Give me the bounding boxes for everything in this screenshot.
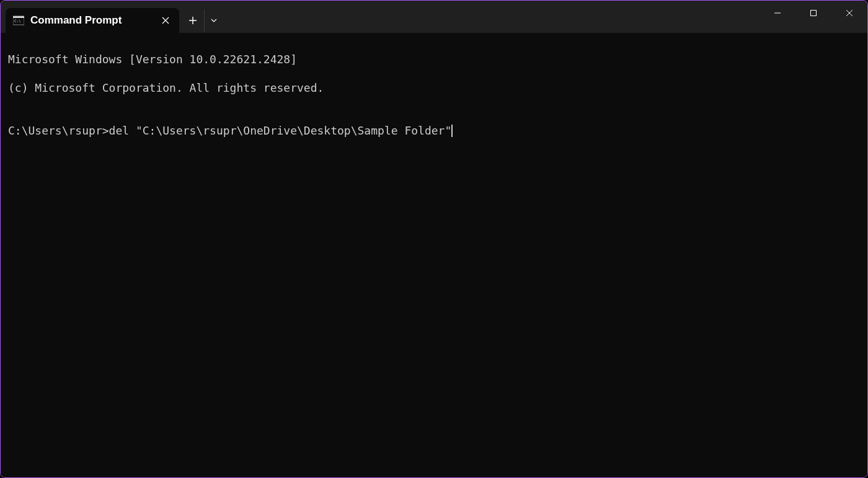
minimize-button[interactable] (760, 1, 795, 25)
prompt-text: C:\Users\rsupr> (8, 124, 109, 137)
svg-text:C:\: C:\ (14, 19, 21, 23)
cursor (451, 125, 453, 137)
output-line: (c) Microsoft Corporation. All rights re… (8, 81, 860, 95)
command-input[interactable]: del "C:\Users\rsupr\OneDrive\Desktop\Sam… (109, 124, 452, 137)
window-controls (760, 1, 867, 25)
active-tab[interactable]: C:\ Command Prompt (6, 8, 179, 33)
maximize-button[interactable] (795, 1, 831, 25)
terminal-output[interactable]: Microsoft Windows [Version 10.0.22621.24… (1, 33, 867, 477)
titlebar: C:\ Command Prompt (1, 1, 867, 33)
tab-dropdown-button[interactable] (204, 9, 223, 32)
new-tab-button[interactable] (182, 9, 204, 32)
tab-title: Command Prompt (30, 14, 153, 27)
svg-rect-1 (13, 16, 24, 18)
output-line: Microsoft Windows [Version 10.0.22621.24… (8, 52, 860, 66)
tab-close-button[interactable] (159, 14, 172, 27)
cmd-icon: C:\ (13, 15, 24, 26)
svg-rect-8 (811, 11, 817, 16)
close-button[interactable] (831, 1, 867, 25)
